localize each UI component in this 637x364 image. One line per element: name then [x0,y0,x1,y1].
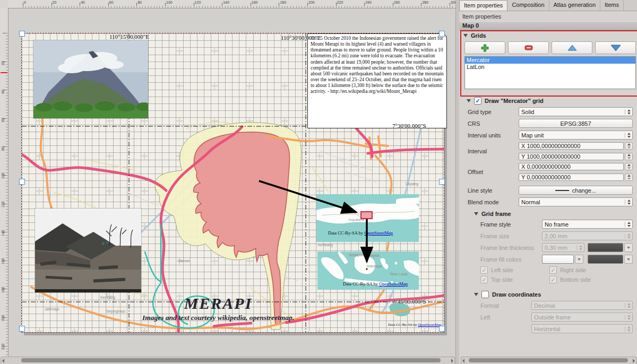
selection-handle-top-left[interactable] [19,31,25,37]
tab-atlas-generation[interactable]: Atlas generation [549,0,601,11]
line-style-change-button[interactable]: change... [519,186,633,195]
map-title-block[interactable]: MERAPI Images and text courtesy wikipedi… [117,294,319,322]
frame-fill-color1-swatch [542,255,574,264]
draw-grid-header[interactable]: ✓ Draw "Mercator" grid [467,97,637,105]
scroll-left-icon[interactable] [2,359,4,363]
crs-button[interactable]: EPSG:3857 [519,119,633,128]
selection-handle-top-right[interactable] [439,31,445,37]
article-text-box[interactable]: On 25 October 2010 the Indonesian govern… [307,33,447,128]
openstreetmap-link[interactable]: OpenStreetMap [364,230,393,236]
place-label: Kembang [100,296,115,299]
ruler-number: 160 [252,1,258,4]
blend-mode-combo[interactable]: Normal [519,197,633,206]
draw-grid-checkbox[interactable]: ✓ [474,97,481,105]
scroll-left-icon[interactable] [462,359,464,363]
spinner-icons[interactable] [625,174,633,181]
scroll-right-icon[interactable] [451,359,453,363]
svg-text:Yogyakarta: Yogyakarta [348,218,364,221]
ruler-number: 180 [280,1,286,4]
bottom-side-checkbox: ✓ [549,276,557,283]
ruler-number: 100 [166,1,173,4]
grid-type-combo[interactable]: Solid [519,107,633,116]
move-grid-up-button[interactable] [552,41,592,54]
coord-label-lat-bottom: 7°45'00.000"S [392,298,426,305]
ruler-number: 120 [1,201,5,207]
spinner-icons [625,315,632,320]
remove-grid-button[interactable] [508,41,549,54]
collapse-triangle-icon[interactable] [467,99,471,102]
grid-type-label: Grid type [459,109,519,115]
add-grid-button[interactable] [464,41,505,54]
destroyed-house-photo[interactable] [35,209,141,292]
coord-label-lat-top: 7°30'00.000"S [392,123,426,129]
spinner-icons[interactable] [625,200,632,205]
color-dropdown-icon [575,255,583,264]
panel-hscroll-thumb[interactable] [469,358,628,362]
interval-units-combo[interactable]: Map unit [519,131,633,140]
spinner-icons[interactable] [625,133,632,138]
format-combo: Decimal [531,301,633,310]
canvas-hscroll-thumb[interactable] [21,358,441,362]
interval-units-label: Interval units [459,132,519,138]
tab-items[interactable]: Items [600,0,624,11]
grid-list-item[interactable]: Mercator [465,57,635,64]
ruler-number: 0 [24,1,26,4]
offset-x-field[interactable]: X 0,000000000000 [519,163,624,170]
interval-y-field[interactable]: Y 1000,000000000000 [519,153,624,160]
grid-frame-header[interactable]: Grid frame [474,211,637,217]
map-page[interactable]: On 25 October 2010 the Indonesian govern… [21,33,444,333]
line-sample-icon [555,190,569,191]
right-side-checkbox: ✓ [549,266,557,274]
ruler-number: 140 [223,1,229,4]
place-label: Timor Leste [390,272,408,276]
draw-coordinates-header[interactable]: Draw coordinates [474,291,637,298]
frame-style-combo[interactable]: No frame [542,220,633,229]
collapse-triangle-icon[interactable] [474,293,478,296]
top-side-checkbox: ✓ [480,276,488,283]
spinner-icons[interactable] [625,163,633,170]
inset-map-java[interactable]: Yogyakarta Data CC-By-SA by OpenStreetMa… [316,194,419,242]
frame-size-label: Frame size [459,233,542,239]
tab-item-properties[interactable]: Item properties [459,0,507,11]
spinner-icons[interactable] [625,142,633,150]
map-title: MERAPI [117,294,319,313]
offset-y-field[interactable]: Y 0,000000000000 [519,174,624,181]
openstreetmap-link[interactable]: OpenStreetMap [379,281,408,287]
volcano-photo[interactable] [33,40,148,118]
tab-composition[interactable]: Composition [507,0,549,11]
composer-canvas[interactable]: 0204060801001201401601802002202402602803… [0,0,455,364]
draw-coordinates-checkbox[interactable] [481,291,489,298]
spinner-icons[interactable] [625,109,632,115]
openstreetmap-link[interactable]: OpenStreetMap [418,323,441,327]
move-grid-down-button[interactable] [595,41,636,54]
selection-handle-mid-right[interactable] [439,179,445,185]
left-position-combo: Outside frame [531,313,633,322]
place-label: Malaysia [366,254,380,257]
collapse-triangle-icon[interactable] [474,212,478,215]
selection-handle-bottom-left[interactable] [19,326,25,332]
panel-tabbar: Item properties Composition Atlas genera… [459,0,637,11]
panel-title: Item properties [459,11,637,21]
map-subtitle: Images and text courtesy wikipedia, open… [117,314,319,322]
selection-handle-mid-left[interactable] [19,179,25,185]
ruler-left: 20406080100120140160180200220 [0,8,8,364]
canvas-hscrollbar[interactable] [1,357,455,364]
scroll-right-icon[interactable] [633,359,635,363]
place-label: Sleman [178,259,190,263]
spinner-icons[interactable] [625,153,633,160]
grids-section-header[interactable]: Grids [463,32,637,39]
ruler-number: 280 [422,1,428,4]
place-label: Doplang [406,182,418,186]
grid-list-item[interactable]: LatLon [465,64,635,71]
spinner-icons [625,233,632,239]
spinner-icons[interactable] [625,222,632,227]
selection-handle-bottom-right[interactable] [439,326,445,332]
ruler-number: 140 [1,230,5,236]
frame-line-thickness-label: Frame line thickness [459,245,542,251]
panel-hscrollbar[interactable] [461,357,636,364]
grids-list[interactable]: MercatorLatLon [464,56,636,89]
interval-x-field[interactable]: X 1000,000000000000 [519,142,624,150]
main-map-credit: Data CC-By-SA by OpenStreetMap [388,323,442,327]
collapse-triangle-icon[interactable] [463,34,468,37]
ruler-number: 120 [195,1,201,4]
